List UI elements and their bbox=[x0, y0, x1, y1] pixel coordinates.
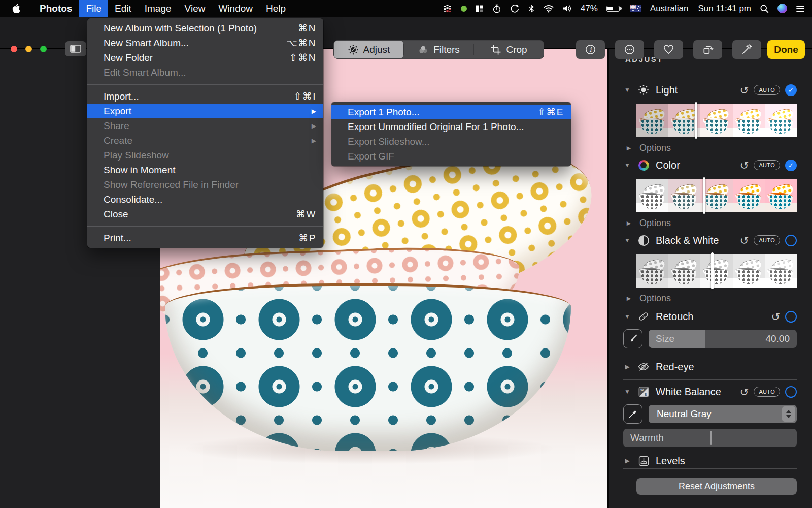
bw-auto-button[interactable]: AUTO bbox=[754, 235, 780, 245]
chevron-down-icon[interactable] bbox=[623, 237, 631, 244]
more-options-button[interactable] bbox=[615, 40, 644, 59]
menu-item-export-1-photo[interactable]: Export 1 Photo... ⇧⌘E bbox=[331, 105, 571, 119]
warmth-slider[interactable]: Warmth bbox=[623, 429, 797, 447]
menubar-item-edit[interactable]: Edit bbox=[108, 0, 138, 17]
retouch-section-header[interactable]: Retouch bbox=[623, 309, 797, 324]
light-strip-slider-handle[interactable] bbox=[695, 102, 697, 139]
done-button[interactable]: Done bbox=[767, 40, 805, 59]
options-label: Options bbox=[639, 143, 671, 153]
color-enabled-checkbox[interactable] bbox=[785, 160, 797, 171]
color-reset-icon[interactable] bbox=[740, 160, 749, 171]
menu-item-export-unmodified-original[interactable]: Export Unmodified Original For 1 Photo..… bbox=[331, 119, 571, 134]
chevron-right-icon[interactable] bbox=[623, 363, 631, 370]
rotate-button[interactable] bbox=[693, 40, 722, 59]
mixer-status-icon[interactable] bbox=[443, 4, 452, 13]
select-stepper-icon[interactable] bbox=[782, 406, 795, 422]
chevron-down-icon[interactable] bbox=[623, 313, 631, 320]
australian-flag-icon[interactable] bbox=[630, 5, 641, 12]
menubar-status-area: 47% Australian Sun 11:41 pm bbox=[443, 4, 805, 14]
menu-item-create: Create bbox=[87, 133, 323, 148]
bw-strip-slider-handle[interactable] bbox=[711, 252, 714, 289]
menubar-clock[interactable]: Sun 11:41 pm bbox=[698, 4, 751, 14]
white-balance-eyedropper-button[interactable] bbox=[623, 404, 642, 424]
menubar-item-image[interactable]: Image bbox=[138, 0, 178, 17]
warmth-slider-tick[interactable] bbox=[710, 431, 712, 445]
sidebar-toggle-button[interactable] bbox=[65, 41, 86, 56]
white-balance-section-header[interactable]: WB White Balance AUTO bbox=[623, 383, 797, 400]
apple-menu[interactable] bbox=[5, 0, 27, 17]
recording-status-icon[interactable] bbox=[461, 6, 467, 12]
close-window-button[interactable] bbox=[11, 46, 17, 52]
chevron-down-icon[interactable] bbox=[623, 86, 631, 93]
retouch-reset-icon[interactable] bbox=[771, 311, 780, 322]
menu-item-import[interactable]: Import... ⇧⌘I bbox=[87, 89, 323, 104]
info-button[interactable]: i bbox=[576, 40, 605, 59]
bw-options-toggle[interactable]: Options bbox=[623, 293, 797, 304]
color-strip-slider-handle[interactable] bbox=[703, 177, 705, 214]
minimize-window-button[interactable] bbox=[25, 46, 32, 52]
spotlight-search-icon[interactable] bbox=[760, 4, 769, 13]
backtrack-status-icon[interactable] bbox=[510, 4, 519, 13]
options-label: Options bbox=[639, 218, 671, 229]
retouch-enabled-checkbox[interactable] bbox=[785, 311, 797, 323]
menu-item-new-album[interactable]: New Album with Selection (1 Photo) ⌘N bbox=[87, 21, 323, 36]
color-strip-thumb bbox=[765, 179, 797, 212]
zoom-window-button[interactable] bbox=[40, 46, 47, 52]
bw-adjust-strip[interactable] bbox=[636, 254, 797, 288]
menu-item-label: Export Slideshow... bbox=[348, 136, 430, 147]
retouch-size-slider[interactable]: Size 40.00 bbox=[649, 330, 797, 348]
split-view-status-icon[interactable] bbox=[476, 5, 484, 13]
white-balance-auto-button[interactable]: AUTO bbox=[754, 387, 780, 397]
menu-item-consolidate[interactable]: Consolidate... bbox=[87, 192, 323, 207]
siri-icon[interactable] bbox=[777, 4, 787, 13]
white-balance-enabled-checkbox[interactable] bbox=[785, 386, 797, 398]
levels-section-header[interactable]: Levels bbox=[623, 453, 797, 468]
menu-item-export[interactable]: Export bbox=[87, 104, 323, 118]
input-source-label[interactable]: Australian bbox=[650, 4, 689, 14]
red-eye-section-header[interactable]: Red-eye bbox=[623, 358, 797, 375]
light-enabled-checkbox[interactable] bbox=[785, 84, 797, 96]
menu-item-new-smart-album[interactable]: New Smart Album... ⌥⌘N bbox=[87, 36, 323, 50]
tab-adjust[interactable]: Adjust bbox=[334, 41, 403, 58]
menu-item-show-in-moment[interactable]: Show in Moment bbox=[87, 163, 323, 177]
light-options-toggle[interactable]: Options bbox=[623, 142, 797, 153]
color-options-toggle[interactable]: Options bbox=[623, 217, 797, 229]
bw-enabled-checkbox[interactable] bbox=[785, 235, 797, 246]
chevron-down-icon[interactable] bbox=[623, 162, 631, 169]
light-auto-button[interactable]: AUTO bbox=[754, 85, 780, 95]
light-reset-icon[interactable] bbox=[740, 85, 749, 96]
menubar-item-file[interactable]: File bbox=[79, 0, 108, 17]
tab-filters[interactable]: Filters bbox=[404, 41, 473, 58]
menubar-item-view[interactable]: View bbox=[178, 0, 212, 17]
auto-enhance-button[interactable] bbox=[732, 40, 761, 59]
export-submenu: Export 1 Photo... ⇧⌘E Export Unmodified … bbox=[331, 102, 571, 166]
notification-center-icon[interactable] bbox=[796, 5, 805, 13]
light-section-header[interactable]: Light AUTO bbox=[623, 81, 797, 99]
stopwatch-status-icon[interactable] bbox=[492, 4, 501, 13]
chevron-right-icon[interactable] bbox=[623, 457, 631, 464]
light-adjust-strip[interactable] bbox=[636, 104, 797, 137]
menubar-item-window[interactable]: Window bbox=[212, 0, 259, 17]
bluetooth-status-icon[interactable] bbox=[528, 4, 535, 13]
wifi-status-icon[interactable] bbox=[544, 4, 554, 13]
color-auto-button[interactable]: AUTO bbox=[754, 160, 780, 170]
menu-item-close[interactable]: Close ⌘W bbox=[87, 207, 323, 221]
color-section-header[interactable]: Color AUTO bbox=[623, 156, 797, 174]
reset-adjustments-button[interactable]: Reset Adjustments bbox=[636, 478, 797, 495]
app-menu-title[interactable]: Photos bbox=[32, 3, 79, 14]
white-balance-mode-select[interactable]: Neutral Gray bbox=[649, 405, 797, 423]
chevron-down-icon[interactable] bbox=[623, 388, 631, 395]
retouch-brush-button[interactable] bbox=[623, 329, 642, 348]
bw-reset-icon[interactable] bbox=[740, 235, 749, 246]
battery-icon[interactable] bbox=[606, 6, 620, 12]
bw-section-header[interactable]: Black & White AUTO bbox=[623, 232, 797, 249]
menu-item-print[interactable]: Print... ⌘P bbox=[87, 231, 323, 245]
favorite-button[interactable] bbox=[654, 40, 683, 59]
volume-status-icon[interactable] bbox=[562, 4, 572, 13]
menu-item-new-folder[interactable]: New Folder ⇧⌘N bbox=[87, 50, 323, 65]
menubar-item-help[interactable]: Help bbox=[259, 0, 292, 17]
color-adjust-strip[interactable] bbox=[636, 179, 797, 212]
tab-crop[interactable]: Crop bbox=[474, 41, 544, 58]
white-balance-reset-icon[interactable] bbox=[740, 387, 749, 397]
white-balance-mode-value: Neutral Gray bbox=[657, 408, 712, 420]
